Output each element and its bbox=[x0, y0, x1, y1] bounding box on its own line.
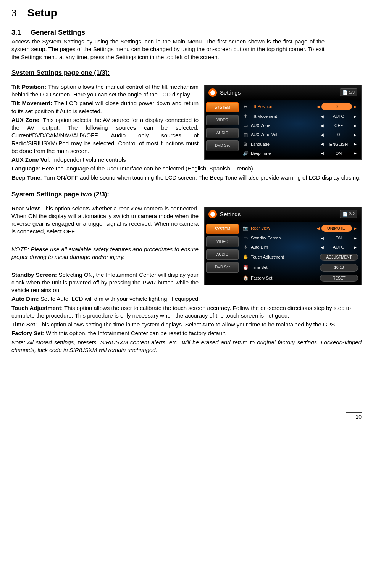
chapter-number: 3 bbox=[11, 7, 17, 19]
arrow-left-icon[interactable]: ◀ bbox=[319, 151, 325, 156]
page-two-heading: System Settings page two (2/3): bbox=[11, 190, 362, 199]
tab-system[interactable]: SYSTEM bbox=[206, 102, 239, 113]
chapter-title: Setup bbox=[27, 7, 57, 19]
setting-row-aux-zone-vol-[interactable]: ▥AUX Zone Vol.◀0▶ bbox=[240, 130, 360, 140]
fig1-pager[interactable]: 📄 1/3 bbox=[340, 88, 357, 96]
setting-value: ENGLISH bbox=[325, 141, 352, 147]
setting-row-tilt-movement[interactable]: ⬍Tilt Movement◀AUTO▶ bbox=[240, 112, 360, 121]
fig1-title: Settings bbox=[220, 89, 241, 96]
arrow-left-icon[interactable]: ◀ bbox=[319, 141, 325, 147]
aux-zone-vol--icon: ▥ bbox=[242, 132, 249, 138]
touch-adjustment-icon: ✋ bbox=[242, 254, 249, 260]
rear-view-icon: 📷 bbox=[242, 225, 249, 231]
auto-dim-icon: ☀ bbox=[242, 244, 249, 250]
arrow-left-icon[interactable]: ◀ bbox=[315, 104, 321, 109]
setting-row-standby-screen[interactable]: ▭Standby Screen◀ON▶ bbox=[240, 233, 360, 243]
setting-row-rear-view[interactable]: 📷Rear View◀ON(MUTE)▶ bbox=[240, 223, 360, 234]
page-one-heading: System Settings page one (1/3): bbox=[11, 69, 362, 77]
setting-label: AUX Zone Vol. bbox=[251, 132, 319, 138]
section-number: 3.1 bbox=[11, 29, 21, 36]
tab-video[interactable]: VIDEO bbox=[206, 115, 239, 125]
arrow-right-icon[interactable]: ▶ bbox=[352, 114, 358, 119]
page-icon: 📄 bbox=[342, 90, 348, 95]
arrow-right-icon[interactable]: ▶ bbox=[352, 245, 358, 250]
setting-value: AUTO bbox=[325, 244, 352, 250]
gear-icon bbox=[208, 210, 217, 218]
page-number: 10 bbox=[355, 414, 362, 420]
setting-label: Language bbox=[251, 141, 319, 147]
arrow-right-icon[interactable]: ▶ bbox=[352, 236, 358, 241]
setting-row-auto-dim[interactable]: ☀Auto Dim◀AUTO▶ bbox=[240, 243, 360, 252]
arrow-right-icon[interactable]: ▶ bbox=[352, 123, 358, 129]
setting-label: Rear View bbox=[251, 225, 315, 231]
standby-screen-icon: ▭ bbox=[242, 235, 249, 241]
arrow-left-icon[interactable]: ◀ bbox=[319, 245, 325, 250]
setting-value: ON(MUTE) bbox=[321, 225, 352, 232]
setting-label: AUX Zone bbox=[251, 123, 319, 129]
tilt-movement-icon: ⬍ bbox=[242, 113, 249, 119]
factory-desc: Factory Set: With this option, the Infot… bbox=[11, 329, 362, 337]
time-set-icon: ⏰ bbox=[242, 265, 249, 271]
setting-label: Standby Screen bbox=[251, 235, 319, 241]
page-icon: 📄 bbox=[342, 212, 348, 216]
tab-system[interactable]: SYSTEM bbox=[206, 224, 239, 235]
setting-row-factory-set[interactable]: 🏠Factory SetRESET bbox=[240, 273, 360, 284]
arrow-right-icon[interactable]: ▶ bbox=[352, 104, 358, 109]
time-desc: Time Set: This option allows setting the… bbox=[11, 321, 362, 328]
setting-value: OFF bbox=[325, 123, 352, 129]
tilt-position-icon: ⬌ bbox=[242, 103, 249, 109]
gear-icon bbox=[208, 88, 217, 97]
autodim-desc: Auto Dim: Set to Auto, LCD will dim with… bbox=[11, 295, 362, 303]
setting-label: Beep Tone bbox=[251, 151, 319, 156]
setting-row-aux-zone[interactable]: ▭AUX Zone◀OFF▶ bbox=[240, 121, 360, 130]
setting-label: Tilt Position bbox=[251, 104, 315, 109]
setting-value[interactable]: 10:10 bbox=[320, 264, 358, 272]
setting-label: Touch Adjustment bbox=[251, 254, 320, 260]
setting-label: Time Set bbox=[251, 265, 320, 270]
setting-label: Tilt Movement bbox=[251, 114, 319, 119]
setting-value: 0 bbox=[325, 132, 352, 138]
section-title: General Settings bbox=[31, 29, 85, 36]
fig2-title: Settings bbox=[220, 210, 241, 218]
arrow-right-icon[interactable]: ▶ bbox=[352, 132, 358, 138]
arrow-right-icon[interactable]: ▶ bbox=[352, 151, 358, 156]
language-icon: 🗎 bbox=[242, 141, 249, 147]
arrow-left-icon[interactable]: ◀ bbox=[319, 114, 325, 119]
setting-value[interactable]: ADJUSTMENT bbox=[320, 254, 358, 261]
setting-label: Auto Dim bbox=[251, 244, 319, 250]
factory-set-icon: 🏠 bbox=[242, 275, 249, 281]
setting-value[interactable]: RESET bbox=[320, 275, 358, 282]
setting-value: ON bbox=[325, 235, 352, 241]
arrow-left-icon[interactable]: ◀ bbox=[319, 236, 325, 241]
aux-zone-icon: ▭ bbox=[242, 122, 249, 129]
chapter-heading: 3 Setup bbox=[11, 6, 362, 20]
setting-row-time-set[interactable]: ⏰Time Set10:10 bbox=[240, 262, 360, 273]
setting-row-language[interactable]: 🗎Language◀ENGLISH▶ bbox=[240, 140, 360, 149]
language-desc: Language: Here the language of the User … bbox=[11, 165, 362, 172]
setting-row-beep-tone[interactable]: 🔊Beep Tone◀ON▶ bbox=[240, 149, 360, 158]
arrow-right-icon[interactable]: ▶ bbox=[352, 226, 358, 231]
setting-label: Factory Set bbox=[251, 275, 320, 281]
setting-row-touch-adjustment[interactable]: ✋Touch AdjustmentADJUSTMENT bbox=[240, 252, 360, 263]
arrow-left-icon[interactable]: ◀ bbox=[319, 123, 325, 129]
tab-audio[interactable]: AUDIO bbox=[206, 249, 239, 260]
factory-note: Note: All stored settings, presets, SIRI… bbox=[11, 339, 362, 354]
arrow-right-icon[interactable]: ▶ bbox=[352, 141, 358, 147]
touch-desc: Touch Adjustment: This option allows the… bbox=[11, 304, 362, 320]
settings-screenshot-2: Settings 📄 2/2 SYSTEMVIDEOAUDIODVD Set 📷… bbox=[204, 207, 362, 285]
setting-value: AUTO bbox=[325, 114, 352, 119]
setting-value: ON bbox=[325, 151, 352, 156]
tab-dvd-set[interactable]: DVD Set bbox=[206, 140, 239, 151]
page-footer: 10 bbox=[11, 412, 362, 421]
tab-audio[interactable]: AUDIO bbox=[206, 128, 239, 138]
settings-screenshot-1: Settings 📄 1/3 SYSTEMVIDEOAUDIODVD Set ⬌… bbox=[204, 85, 362, 160]
setting-row-tilt-position[interactable]: ⬌Tilt Position◀0▶ bbox=[240, 101, 360, 112]
arrow-left-icon[interactable]: ◀ bbox=[315, 226, 321, 231]
section-heading-3-1: 3.1 General Settings bbox=[11, 28, 362, 37]
arrow-left-icon[interactable]: ◀ bbox=[319, 132, 325, 138]
tab-video[interactable]: VIDEO bbox=[206, 236, 239, 247]
fig2-pager[interactable]: 📄 2/2 bbox=[340, 210, 357, 218]
setting-value: 0 bbox=[321, 103, 352, 111]
tab-dvd-set[interactable]: DVD Set bbox=[206, 262, 239, 273]
beep-tone-desc: Beep Tone: Turn ON/OFF audible sound whe… bbox=[11, 174, 362, 182]
